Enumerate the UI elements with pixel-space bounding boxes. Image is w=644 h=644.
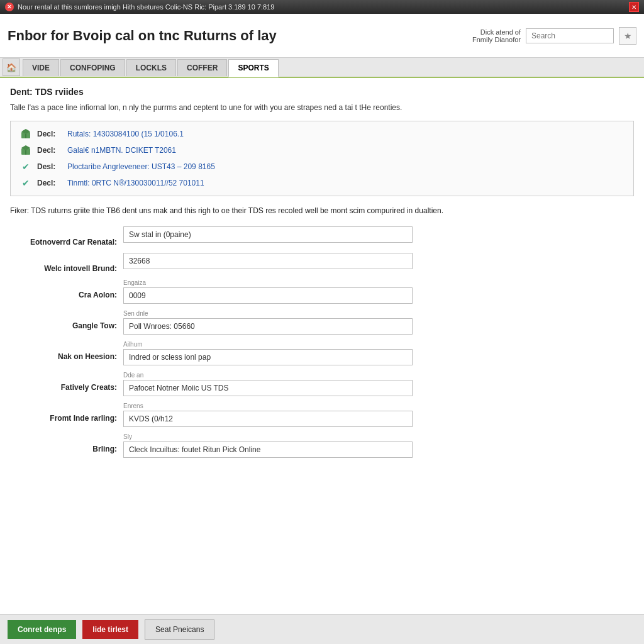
info-label-1: Decl:: [37, 130, 62, 138]
form-label-0: Eotnoverrd Car Renatal:: [10, 226, 117, 247]
info-value-1: Rutals: 14303084100 (15 1/0106.1: [67, 130, 184, 138]
page-title: Fnbor for Bvoip cal on tnc Ruturns of la…: [8, 28, 472, 44]
form-input-4[interactable]: [123, 349, 413, 365]
form-row-0: Eotnoverrd Car Renatal:: [10, 226, 634, 247]
form-field-wrapper-7: Sly: [123, 433, 413, 458]
form-input-1[interactable]: [123, 253, 413, 269]
user-line1: Dick atend of: [472, 28, 521, 36]
info-row-1: Decl: Rutals: 14303084100 (15 1/0106.1: [19, 128, 625, 140]
form-row-2: Cra Aolon: Engaiza: [10, 279, 634, 304]
sublabel-7: Sly: [123, 433, 413, 440]
info-row-3: ✔ Desl: Ploctaribe Angrleveneer: UST43 –…: [19, 160, 625, 173]
info-box: Decl: Rutals: 14303084100 (15 1/0106.1 D…: [10, 121, 634, 196]
form-row-7: Brling: Sly: [10, 433, 634, 458]
tab-sports[interactable]: SPORTS: [228, 59, 278, 77]
form-label-6: Fromt Inde rarling:: [10, 402, 117, 423]
section-title: Dent: TDS rviides: [10, 87, 634, 97]
form-input-2[interactable]: [123, 287, 413, 304]
info-label-4: Decl:: [37, 179, 62, 187]
form-field-wrapper-0: [123, 226, 413, 243]
app-icon: ✕: [5, 3, 14, 11]
user-info: Dick atend of Fnmily Dianofor: [472, 28, 521, 43]
conret-denps-button[interactable]: Conret denps: [8, 620, 76, 639]
form-label-3: Gangle Tow:: [10, 310, 117, 330]
tab-bar: 🏠 VIDE CONFOPING LOCKLS COFFER SPORTS: [0, 58, 644, 78]
tab-coffer[interactable]: COFFER: [177, 59, 227, 76]
sublabel-5: Dde an: [123, 372, 413, 379]
info-row-2: Decl: Galal€ n1MBTN. DCIKET T2061: [19, 144, 625, 157]
tab-confoping[interactable]: CONFOPING: [60, 59, 125, 76]
sublabel-2: Engaiza: [123, 279, 413, 286]
form-row-3: Gangle Tow: Sen dnle: [10, 310, 634, 335]
form-row-4: Nak on Heesion: Ailhum: [10, 341, 634, 365]
form-label-5: Fatively Creats:: [10, 372, 117, 392]
form-label-1: Welc intovell Brund:: [10, 253, 117, 273]
info-value-3: Ploctaribe Angrleveneer: UST43 – 209 816…: [67, 162, 215, 171]
package-icon-2: [19, 144, 32, 157]
info-label-2: Decl:: [37, 146, 62, 155]
bottom-bar: Conret denps lide tirIest Seat Pneicans: [0, 614, 644, 644]
form-input-3[interactable]: [123, 318, 413, 335]
info-value-4: Tinmtl: 0RTC N®/130030011//52 701011: [67, 179, 204, 187]
sublabel-6: Enrens: [123, 402, 413, 409]
sublabel-3: Sen dnle: [123, 310, 413, 317]
form-row-1: Welc intovell Brund:: [10, 253, 634, 273]
form-field-wrapper-6: Enrens: [123, 402, 413, 427]
form-input-5[interactable]: [123, 380, 413, 396]
form-area: Eotnoverrd Car Renatal: Welc intovell Br…: [10, 226, 634, 458]
package-icon-1: [19, 128, 32, 140]
form-input-0[interactable]: [123, 226, 413, 243]
title-bar-text: Nour rental at this sumlores imigh Hith …: [18, 3, 274, 11]
seat-pneicans-button[interactable]: Seat Pneicans: [145, 619, 214, 640]
form-field-wrapper-5: Dde an: [123, 372, 413, 396]
search-input[interactable]: [526, 28, 614, 43]
form-field-wrapper-3: Sen dnle: [123, 310, 413, 335]
tab-lockls[interactable]: LOCKLS: [126, 59, 176, 76]
form-field-wrapper-2: Engaiza: [123, 279, 413, 304]
tab-home-icon[interactable]: 🏠: [3, 58, 20, 76]
form-field-wrapper-1: [123, 253, 413, 269]
tab-vide[interactable]: VIDE: [23, 59, 59, 76]
form-field-wrapper-4: Ailhum: [123, 341, 413, 365]
section-description: Talle l'as a pace line infiornal Ion, n …: [10, 102, 634, 113]
sublabel-4: Ailhum: [123, 341, 413, 348]
form-input-6[interactable]: [123, 411, 413, 427]
info-row-4: ✔ Decl: Tinmtl: 0RTC N®/130030011//52 70…: [19, 177, 625, 189]
header-right: Dick atend of Fnmily Dianofor ★: [472, 27, 636, 45]
form-label-4: Nak on Heesion:: [10, 341, 117, 361]
close-button[interactable]: ✕: [629, 2, 639, 12]
form-input-7[interactable]: [123, 441, 413, 458]
main-content: Dent: TDS rviides Talle l'as a pace line…: [0, 78, 644, 614]
title-bar: ✕ Nour rental at this sumlores imigh Hit…: [0, 0, 644, 14]
info-label-3: Desl:: [37, 162, 62, 171]
check-icon-1: ✔: [19, 160, 32, 173]
title-bar-left: ✕ Nour rental at this sumlores imigh Hit…: [5, 3, 274, 11]
lide-tirlest-button[interactable]: lide tirIest: [82, 620, 138, 639]
form-row-5: Fatively Creats: Dde an: [10, 372, 634, 396]
star-button[interactable]: ★: [619, 27, 636, 45]
user-line2: Fnmily Dianofor: [472, 36, 521, 43]
form-label-7: Brling:: [10, 433, 117, 453]
header: Fnbor for Bvoip cal on tnc Ruturns of la…: [0, 14, 644, 58]
form-label-2: Cra Aolon:: [10, 279, 117, 299]
form-row-6: Fromt Inde rarling: Enrens: [10, 402, 634, 427]
check-icon-2: ✔: [19, 177, 32, 189]
fiker-text: Fiker: TDS ruturns griite thie TB6 dent …: [10, 205, 634, 216]
info-value-2: Galal€ n1MBTN. DCIKET T2061: [67, 146, 176, 155]
